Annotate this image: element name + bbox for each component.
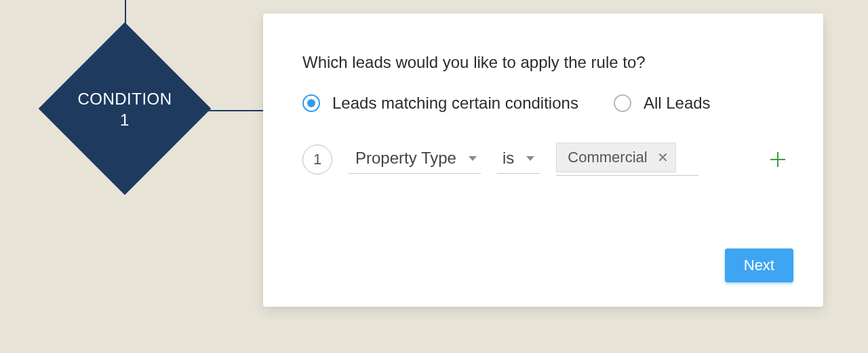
condition-row-index: 1 bbox=[302, 145, 332, 174]
next-button[interactable]: Next bbox=[725, 248, 793, 282]
condition-operator-select[interactable]: is bbox=[497, 145, 540, 174]
condition-row: 1 Property Type is Commercial ✕ bbox=[302, 143, 791, 176]
card-footer: Next bbox=[725, 248, 793, 282]
radio-label: Leads matching certain conditions bbox=[332, 94, 578, 113]
radio-indicator-icon bbox=[614, 94, 631, 112]
plus-icon bbox=[769, 151, 787, 168]
flow-node-condition bbox=[39, 22, 212, 196]
chevron-down-icon bbox=[526, 156, 534, 161]
condition-operator-value: is bbox=[502, 149, 514, 168]
add-condition-button[interactable] bbox=[769, 151, 787, 168]
condition-field-value: Property Type bbox=[355, 149, 456, 168]
value-chip: Commercial ✕ bbox=[556, 143, 675, 172]
value-chip-label: Commercial bbox=[568, 149, 647, 166]
radio-label: All Leads bbox=[644, 94, 711, 113]
condition-value-field[interactable]: Commercial ✕ bbox=[556, 143, 698, 176]
radio-indicator-icon bbox=[302, 94, 320, 112]
condition-card: Which leads would you like to apply the … bbox=[263, 14, 823, 307]
condition-field-select[interactable]: Property Type bbox=[349, 145, 481, 174]
close-icon[interactable]: ✕ bbox=[657, 151, 669, 164]
chevron-down-icon bbox=[469, 156, 477, 161]
card-title: Which leads would you like to apply the … bbox=[302, 53, 791, 72]
radio-group-lead-scope: Leads matching certain conditions All Le… bbox=[302, 94, 791, 113]
flow-connector-horizontal bbox=[186, 110, 263, 111]
radio-leads-matching[interactable]: Leads matching certain conditions bbox=[302, 94, 578, 113]
radio-all-leads[interactable]: All Leads bbox=[614, 94, 711, 113]
